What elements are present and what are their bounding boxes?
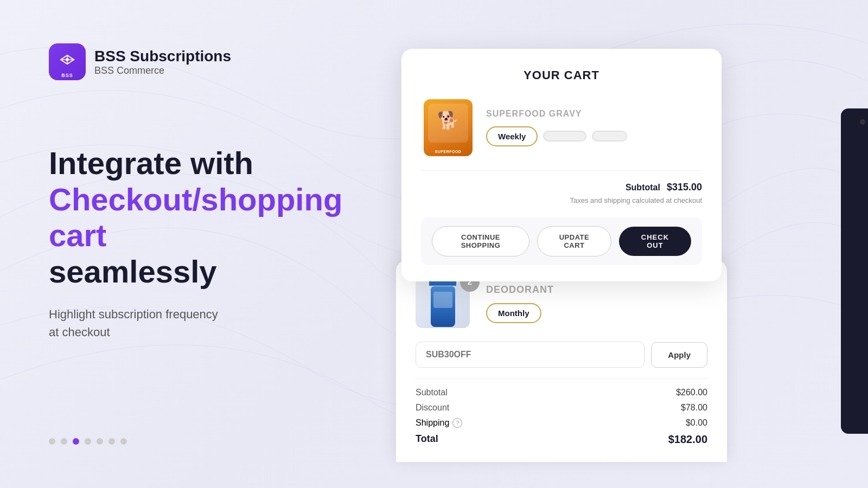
dot-3-active[interactable]	[73, 438, 79, 445]
product-image-container: SUPERFOOD	[421, 98, 475, 157]
app-title: BSS Subscriptions	[94, 48, 231, 65]
dot-6[interactable]	[108, 438, 115, 445]
shipping-label-container: Shipping ?	[416, 418, 462, 428]
deodorant-name: DEODORANT	[486, 284, 707, 296]
hero-subtext-line1: Highlight subscription frequency	[49, 307, 218, 321]
total-line: Total $182.00	[416, 433, 707, 446]
right-panel: YOUR CART SUPERFOOD SUPERFOOD GRAVY Week…	[391, 0, 868, 488]
company-name: BSS Commerce	[94, 65, 231, 76]
total-label: Total	[416, 433, 438, 446]
cart-item-row: SUPERFOOD SUPERFOOD GRAVY Weekly	[421, 98, 702, 171]
total-value: $182.00	[668, 433, 707, 446]
summary-shipping-value: $0.00	[686, 418, 707, 428]
update-cart-button[interactable]: UPDATE CART	[537, 226, 611, 256]
cart-card-main: YOUR CART SUPERFOOD SUPERFOOD GRAVY Week…	[401, 49, 722, 281]
coupon-row: Apply	[416, 342, 707, 368]
deodorant-details: DEODORANT Monthly	[486, 284, 707, 323]
frequency-option-2-button[interactable]	[543, 131, 586, 142]
pagination-dots	[49, 438, 353, 455]
deodorant-image-container: 2	[416, 277, 475, 331]
order-summary: Subtotal $260.00 Discount $78.00 Shippin…	[416, 378, 707, 446]
discount-summary-line: Discount $78.00	[416, 403, 707, 413]
apply-coupon-button[interactable]: Apply	[651, 342, 707, 368]
subtotal-row: Subtotal $315.00	[421, 182, 702, 193]
dot-7[interactable]	[120, 438, 127, 445]
dot-4[interactable]	[85, 438, 91, 445]
subtotal-summary-line: Subtotal $260.00	[416, 388, 707, 397]
summary-discount-label: Discount	[416, 403, 449, 413]
product-image-label: SUPERFOOD	[424, 150, 473, 153]
item-name: SUPERFOOD GRAVY	[486, 109, 702, 119]
tablet-frame-decoration	[841, 108, 868, 434]
left-panel: BSS Subscriptions BSS Commerce Integrate…	[0, 0, 396, 488]
deodorant-row: 2 DEODORANT Monthly	[416, 277, 707, 331]
deodorant-frequency-buttons: Monthly	[486, 303, 707, 323]
summary-subtotal-value: $260.00	[676, 388, 707, 397]
product-image-dogfood: SUPERFOOD	[424, 99, 473, 156]
tax-note: Taxes and shipping calculated at checkou…	[421, 196, 702, 204]
logo-area: BSS Subscriptions BSS Commerce	[49, 43, 353, 80]
logo-text: BSS Subscriptions BSS Commerce	[94, 48, 231, 76]
coupon-input[interactable]	[416, 342, 644, 368]
shipping-info-icon[interactable]: ?	[452, 418, 462, 428]
subtotal-label: Subtotal	[626, 183, 660, 192]
dot-1[interactable]	[49, 438, 55, 445]
frequency-monthly-button[interactable]: Monthly	[486, 303, 541, 323]
shipping-summary-line: Shipping ? $0.00	[416, 418, 707, 428]
frequency-weekly-button[interactable]: Weekly	[486, 126, 538, 146]
frequency-buttons: Weekly	[486, 126, 702, 146]
summary-shipping-label: Shipping	[416, 418, 449, 428]
hero-line2: Checkout/shopping cart	[49, 182, 342, 253]
checkout-button[interactable]: CHECK OUT	[619, 227, 691, 256]
cart-item-details: SUPERFOOD GRAVY Weekly	[486, 109, 702, 146]
deodorant-body	[431, 286, 455, 327]
svg-point-0	[66, 58, 69, 61]
hero-heading: Integrate with Checkout/shopping cart se…	[49, 145, 353, 290]
summary-subtotal-label: Subtotal	[416, 388, 448, 397]
hero-text: Integrate with Checkout/shopping cart se…	[49, 145, 353, 341]
dot-5[interactable]	[97, 438, 103, 445]
cart-actions: CONTINUE SHOPPING UPDATE CART CHECK OUT	[421, 217, 702, 265]
frequency-option-3-button[interactable]	[592, 131, 627, 142]
cart-title: YOUR CART	[421, 68, 702, 82]
continue-shopping-button[interactable]: CONTINUE SHOPPING	[432, 226, 529, 256]
hero-subtext-line2: at checkout	[49, 325, 110, 339]
subtotal-value: $315.00	[667, 182, 702, 193]
dot-2[interactable]	[61, 438, 67, 445]
cart-card-secondary: 2 DEODORANT Monthly Apply	[396, 260, 727, 462]
hero-line1: Integrate with	[49, 145, 253, 181]
hero-subtext: Highlight subscription frequency at chec…	[49, 305, 353, 341]
logo-icon	[49, 43, 86, 80]
summary-discount-value: $78.00	[681, 403, 707, 413]
hero-line3: seamlessly	[49, 254, 217, 289]
